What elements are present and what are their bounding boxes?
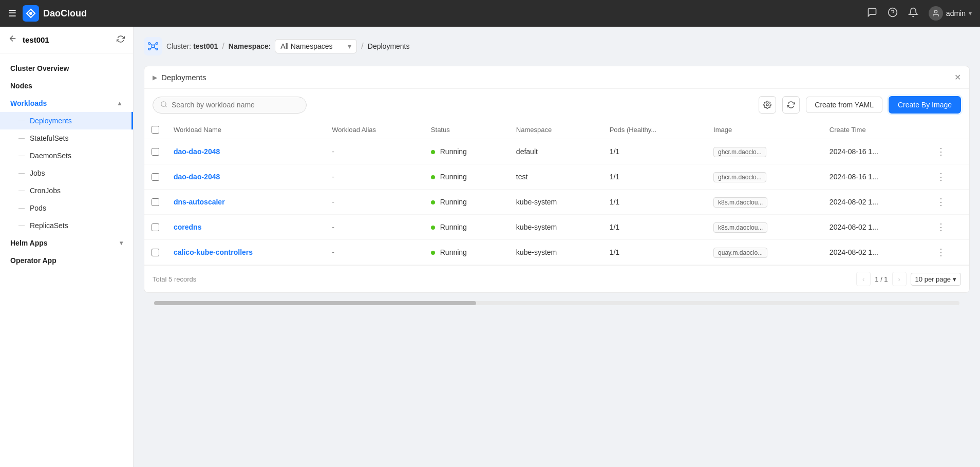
- panel-close-button[interactable]: ✕: [954, 72, 961, 82]
- sidebar-item-pods[interactable]: — Pods: [0, 199, 133, 217]
- row-checkbox-cell: [144, 215, 166, 240]
- next-page-button[interactable]: ›: [892, 272, 907, 286]
- col-namespace[interactable]: Namespace: [509, 121, 602, 139]
- col-create-time[interactable]: Create Time: [822, 121, 929, 139]
- row-name[interactable]: dao-dao-2048: [166, 164, 325, 190]
- select-all-checkbox[interactable]: [152, 126, 159, 134]
- per-page-select[interactable]: 10 per page ▾: [911, 273, 961, 286]
- sidebar-item-cluster-overview[interactable]: Cluster Overview: [0, 60, 133, 77]
- row-namespace: default: [509, 139, 602, 164]
- panel-title: Deployments: [161, 73, 206, 82]
- row-more-button[interactable]: ⋮: [929, 240, 969, 265]
- menu-icon[interactable]: ☰: [8, 8, 16, 19]
- namespace-select[interactable]: All Namespaces ▾: [275, 39, 357, 53]
- col-image[interactable]: Image: [706, 121, 822, 139]
- row-namespace: kube-system: [509, 215, 602, 240]
- svg-line-15: [165, 105, 167, 107]
- row-more-button[interactable]: ⋮: [929, 139, 969, 164]
- prev-page-button[interactable]: ‹: [856, 272, 871, 286]
- sidebar-item-jobs[interactable]: — Jobs: [0, 164, 133, 182]
- workloads-collapse-icon: ▲: [117, 100, 123, 107]
- table-header-row: Workload Name Workload Alias Status Name…: [144, 121, 969, 139]
- namespace-label: Namespace:: [229, 42, 271, 50]
- row-checkbox[interactable]: [152, 223, 159, 231]
- sidebar-refresh-icon[interactable]: [117, 35, 125, 45]
- sidebar-item-statefulsets[interactable]: — StatefulSets: [0, 129, 133, 147]
- row-checkbox-cell: [144, 139, 166, 164]
- sidebar-item-label: Nodes: [10, 82, 32, 90]
- logo-icon: [23, 5, 39, 22]
- search-box[interactable]: [153, 97, 307, 114]
- row-name[interactable]: calico-kube-controllers: [166, 240, 325, 265]
- svg-point-14: [161, 101, 166, 106]
- top-navigation: ☰ DaoCloud: [0, 0, 980, 27]
- col-workload-alias[interactable]: Workload Alias: [325, 121, 424, 139]
- col-pods[interactable]: Pods (Healthy...: [602, 121, 706, 139]
- panel-expand-icon[interactable]: ▶: [153, 74, 157, 81]
- row-create-time: 2024-08-02 1...: [822, 215, 929, 240]
- horizontal-scrollbar[interactable]: [154, 301, 959, 305]
- svg-point-9: [156, 48, 158, 50]
- row-image: ghcr.m.daoclo...: [706, 139, 822, 164]
- row-pods: 1/1: [602, 139, 706, 164]
- per-page-chevron-icon: ▾: [953, 275, 956, 283]
- sidebar-item-cronjobs[interactable]: — CronJobs: [0, 182, 133, 199]
- table-row: dns-autoscaler - Running kube-system 1/1…: [144, 190, 969, 215]
- row-status: Running: [424, 164, 509, 190]
- sidebar-title: test001: [23, 35, 111, 44]
- page-title: Deployments: [368, 42, 410, 50]
- search-input[interactable]: [172, 101, 299, 109]
- row-pods: 1/1: [602, 190, 706, 215]
- sidebar-item-label: Jobs: [30, 169, 45, 177]
- row-checkbox-cell: [144, 240, 166, 265]
- col-workload-name[interactable]: Workload Name: [166, 121, 325, 139]
- sidebar-item-workloads[interactable]: Workloads ▲: [0, 95, 133, 112]
- create-image-button[interactable]: Create By Image: [889, 96, 961, 114]
- user-menu[interactable]: admin ▾: [929, 6, 972, 21]
- username: admin: [946, 9, 966, 17]
- sidebar-item-helm-apps[interactable]: Helm Apps ▾: [0, 234, 133, 252]
- create-yaml-button[interactable]: Create from YAML: [806, 97, 882, 113]
- row-more-button[interactable]: ⋮: [929, 164, 969, 190]
- row-alias: -: [325, 190, 424, 215]
- row-name[interactable]: coredns: [166, 215, 325, 240]
- row-create-time: 2024-08-16 1...: [822, 139, 929, 164]
- helm-expand-icon: ▾: [120, 239, 123, 247]
- sidebar-scroll-area: Cluster Overview Nodes Workloads ▲ — Dep…: [0, 53, 133, 467]
- svg-line-13: [154, 47, 156, 49]
- avatar: [929, 6, 943, 21]
- row-alias: -: [325, 139, 424, 164]
- svg-line-11: [154, 44, 156, 46]
- message-icon[interactable]: [867, 7, 877, 20]
- row-create-time: 2024-08-16 1...: [822, 164, 929, 190]
- row-namespace: test: [509, 164, 602, 190]
- row-more-button[interactable]: ⋮: [929, 190, 969, 215]
- table-footer: Total 5 records ‹ 1 / 1 › 10 per page ▾: [144, 265, 969, 292]
- row-checkbox[interactable]: [152, 249, 159, 256]
- top-icons: admin ▾: [867, 6, 972, 21]
- scrollbar-thumb: [154, 301, 476, 305]
- cluster-icon: [144, 37, 162, 55]
- sidebar-item-operator-app[interactable]: Operator App: [0, 252, 133, 269]
- row-checkbox[interactable]: [152, 173, 159, 181]
- main-content: Cluster: test001 / Namespace: All Namesp…: [134, 27, 980, 467]
- help-icon[interactable]: [888, 7, 898, 20]
- row-checkbox[interactable]: [152, 148, 159, 156]
- row-more-button[interactable]: ⋮: [929, 215, 969, 240]
- dash-icon: —: [18, 170, 25, 177]
- col-actions: [929, 121, 969, 139]
- row-name[interactable]: dns-autoscaler: [166, 190, 325, 215]
- settings-icon-button[interactable]: [759, 96, 776, 114]
- sidebar-item-nodes[interactable]: Nodes: [0, 77, 133, 95]
- sidebar-back-button[interactable]: [8, 34, 17, 46]
- col-status[interactable]: Status: [424, 121, 509, 139]
- refresh-icon-button[interactable]: [782, 96, 800, 114]
- sidebar-item-deployments[interactable]: — Deployments: [0, 112, 133, 129]
- breadcrumb-sep-1: /: [222, 42, 224, 51]
- sidebar-item-replicasets[interactable]: — ReplicaSets: [0, 217, 133, 234]
- row-name[interactable]: dao-dao-2048: [166, 139, 325, 164]
- bell-icon[interactable]: [908, 7, 918, 20]
- logo[interactable]: DaoCloud: [23, 5, 87, 22]
- sidebar-item-daemonsets[interactable]: — DaemonSets: [0, 147, 133, 164]
- row-checkbox[interactable]: [152, 198, 159, 206]
